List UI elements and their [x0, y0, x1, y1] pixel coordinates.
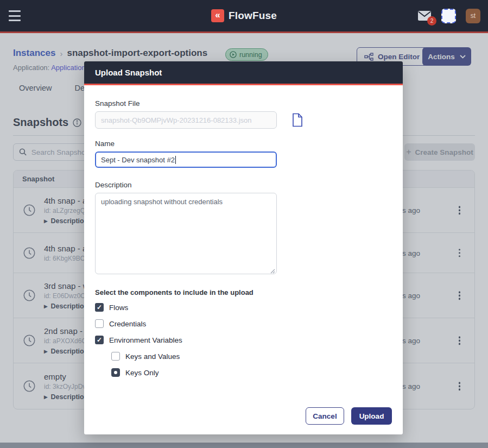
brand-name: FlowFuse	[229, 10, 277, 22]
upload-button[interactable]: Upload	[351, 407, 392, 425]
checkbox-flows[interactable]	[95, 303, 104, 312]
app-screen: « FlowFuse 2 st Instances › snapshot-imp…	[0, 0, 488, 448]
choose-file-button[interactable]	[291, 113, 303, 127]
snapshot-file-input[interactable]	[95, 111, 277, 129]
notification-badge: 2	[427, 16, 436, 26]
text-caret	[175, 156, 176, 164]
radio-keys-only[interactable]	[111, 368, 120, 377]
team-avatar-icon[interactable]	[441, 9, 456, 23]
name-input[interactable]: Sept - Dev snapshot #2	[95, 152, 277, 168]
option-flows-label: Flows	[109, 304, 128, 312]
menu-icon[interactable]	[9, 10, 22, 21]
brand-logo: « FlowFuse	[0, 0, 488, 31]
option-keys-and-values-label: Keys and Values	[125, 352, 180, 361]
option-credentials[interactable]: Credentials	[95, 319, 392, 328]
option-flows[interactable]: Flows	[95, 303, 392, 312]
dialog-title: Upload Snapshot	[95, 68, 162, 77]
components-label: Select the components to include in the …	[95, 288, 392, 296]
notifications-button[interactable]: 2	[417, 10, 432, 21]
option-environment-variables[interactable]: Environment Variables	[95, 336, 392, 344]
flowfuse-logo-icon: «	[211, 9, 224, 22]
description-label: Description	[95, 181, 392, 189]
option-keys-and-values[interactable]: Keys and Values	[111, 352, 392, 361]
description-textarea[interactable]: uploading snapshot without credentials	[95, 193, 277, 274]
name-value: Sept - Dev snapshot #2	[101, 156, 175, 164]
upload-snapshot-dialog: Upload Snapshot Snapshot File Name Sept …	[84, 61, 403, 434]
name-label: Name	[95, 140, 392, 148]
dialog-header: Upload Snapshot	[84, 61, 403, 85]
checkbox-keys-and-values[interactable]	[111, 352, 120, 361]
document-icon	[291, 113, 303, 127]
snapshot-file-label: Snapshot File	[95, 99, 392, 108]
option-keys-only-label: Keys Only	[125, 369, 159, 377]
cancel-button[interactable]: Cancel	[306, 407, 344, 425]
top-navbar: « FlowFuse 2 st	[0, 0, 488, 33]
checkbox-credentials[interactable]	[95, 319, 104, 328]
checkbox-environment-variables[interactable]	[95, 336, 104, 344]
option-environment-variables-label: Environment Variables	[109, 336, 182, 344]
option-keys-only[interactable]: Keys Only	[111, 368, 392, 377]
user-avatar[interactable]: st	[466, 9, 480, 23]
option-credentials-label: Credentials	[109, 320, 146, 328]
